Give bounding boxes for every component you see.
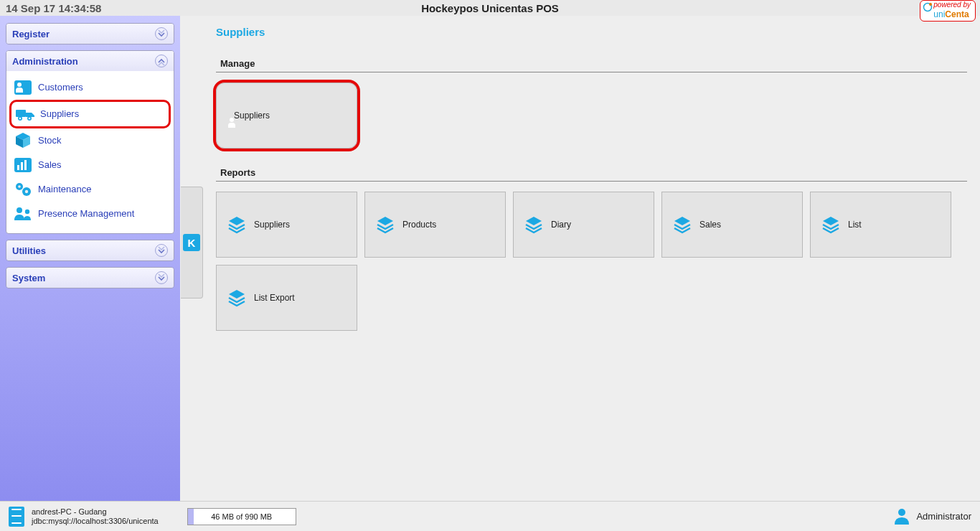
- sidebar-collapse-handle[interactable]: K: [181, 187, 203, 299]
- reports-grid: Suppliers Products Diary Sales List List…: [216, 192, 967, 331]
- card-label: List: [848, 220, 862, 230]
- timestamp: 14 Sep 17 14:34:58: [6, 2, 101, 14]
- panel-utilities: Utilities: [6, 240, 174, 261]
- memory-fill: [188, 509, 194, 525]
- cube-icon: [14, 133, 32, 149]
- top-bar: 14 Sep 17 14:34:58 Hockeypos Unicentas P…: [0, 0, 980, 16]
- card-report-list[interactable]: List: [810, 192, 951, 258]
- card-label: Products: [402, 220, 436, 230]
- layers-icon: [524, 215, 544, 234]
- svg-point-23: [929, 3, 932, 6]
- jdbc-label: jdbc:mysql://localhost:3306/unicenta: [32, 517, 159, 526]
- panel-system: System: [6, 267, 174, 288]
- layers-icon: [672, 215, 692, 234]
- card-report-sales[interactable]: Sales: [661, 192, 803, 258]
- panel-utilities-header[interactable]: Utilities: [6, 240, 174, 260]
- panel-register: Register: [6, 23, 174, 44]
- sidebar-item-stock[interactable]: Stock: [9, 128, 171, 153]
- layers-icon: [227, 215, 247, 234]
- manage-grid: Suppliers: [216, 83, 967, 149]
- sidebar-item-label: Suppliers: [40, 107, 79, 121]
- memory-text: 46 MB of 990 MB: [211, 512, 272, 521]
- truck-icon: [16, 106, 34, 122]
- card-label: Diary: [551, 220, 571, 230]
- person-card-icon: [14, 80, 32, 95]
- chevron-down-icon: [155, 271, 168, 284]
- panel-system-header[interactable]: System: [6, 268, 174, 288]
- sidebar-item-maintenance[interactable]: Maintenance: [9, 177, 171, 202]
- layers-icon: [227, 288, 247, 307]
- layers-icon: [821, 215, 841, 234]
- sidebar-item-label: Sales: [38, 158, 62, 172]
- chevron-up-icon: [155, 55, 168, 67]
- sidebar-item-suppliers[interactable]: Suppliers: [9, 100, 171, 128]
- panel-system-label: System: [12, 273, 45, 283]
- powered-by-badge: powered by uniCenta: [920, 0, 976, 22]
- host-label: andrest-PC - Gudang: [32, 507, 159, 517]
- card-label: Suppliers: [254, 220, 290, 230]
- user-icon: [893, 507, 910, 526]
- sidebar-item-customers[interactable]: Customers: [9, 75, 171, 100]
- card-label: Suppliers: [234, 111, 270, 121]
- chevron-down-icon: [155, 244, 168, 257]
- card-report-suppliers[interactable]: Suppliers: [216, 192, 357, 258]
- card-report-diary[interactable]: Diary: [513, 192, 654, 258]
- sidebar-item-presence[interactable]: Presence Management: [9, 202, 171, 226]
- panel-administration: Administration Customers Suppliers Stock: [6, 50, 174, 234]
- panel-register-header[interactable]: Register: [6, 24, 174, 44]
- collapse-icon: K: [183, 234, 200, 251]
- user-label: Administrator: [916, 511, 971, 522]
- card-report-products[interactable]: Products: [364, 192, 506, 258]
- sidebar-item-label: Maintenance: [38, 182, 91, 197]
- main-content: Suppliers Manage Suppliers Reports Suppl…: [180, 16, 980, 501]
- layers-icon: [375, 215, 395, 234]
- memory-bar: 46 MB of 990 MB: [187, 508, 296, 525]
- current-user[interactable]: Administrator: [893, 507, 971, 526]
- people-icon: [14, 206, 32, 222]
- connection-info: andrest-PC - Gudang jdbc:mysql://localho…: [32, 507, 159, 526]
- section-reports-title: Reports: [220, 167, 967, 178]
- bar-chart-icon: [14, 157, 32, 173]
- divider: [216, 72, 967, 72]
- card-label: Sales: [699, 220, 721, 230]
- page-title: Suppliers: [216, 26, 967, 38]
- card-report-list-export[interactable]: List Export: [216, 265, 357, 331]
- chevron-down-icon: [155, 27, 168, 40]
- panel-administration-label: Administration: [12, 56, 78, 67]
- sidebar-item-sales[interactable]: Sales: [9, 153, 171, 177]
- sidebar-item-label: Customers: [38, 80, 83, 95]
- divider: [216, 181, 967, 182]
- panel-utilities-label: Utilities: [12, 245, 46, 256]
- gears-icon: [14, 182, 32, 197]
- sidebar-item-label: Stock: [38, 133, 62, 148]
- app-title: Hockeypos Unicentas POS: [0, 2, 980, 14]
- sidebar-item-label: Presence Management: [38, 207, 134, 221]
- database-icon: [9, 507, 24, 527]
- sidebar: Register Administration Customers Suppli…: [0, 16, 180, 501]
- panel-register-label: Register: [12, 29, 50, 39]
- card-label: List Export: [254, 293, 295, 303]
- section-manage-title: Manage: [220, 58, 967, 69]
- status-bar: andrest-PC - Gudang jdbc:mysql://localho…: [0, 501, 980, 531]
- card-suppliers-manage[interactable]: Suppliers: [216, 83, 357, 149]
- panel-administration-header[interactable]: Administration: [6, 51, 174, 71]
